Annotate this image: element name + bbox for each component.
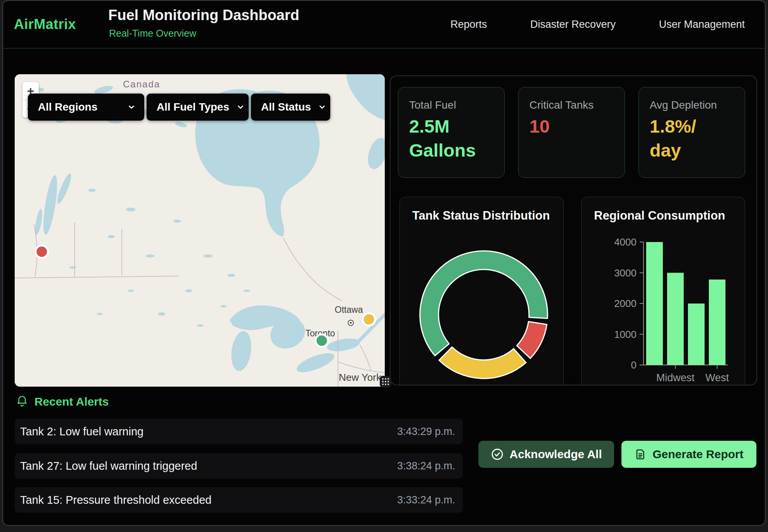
filter-dropdown-all-status[interactable]: All Status bbox=[251, 94, 330, 121]
alert-message: Tank 2: Low fuel warning bbox=[20, 425, 143, 438]
nav-item-user-management[interactable]: User Management bbox=[659, 19, 745, 31]
filter-dropdown-all-fuel-types[interactable]: All Fuel Types bbox=[147, 94, 249, 121]
kpi-value: 2.5MGallons bbox=[409, 114, 504, 162]
map-canvas[interactable]: CanadaOttawaTorontoNew York bbox=[15, 74, 385, 387]
map-panel[interactable]: CanadaOttawaTorontoNew York + − All Regi… bbox=[15, 74, 385, 387]
map-label-new-york: New York bbox=[339, 372, 382, 383]
alert-timestamp: 3:38:24 p.m. bbox=[397, 460, 455, 472]
donut-segment-warning bbox=[439, 347, 526, 379]
x-tick-label: Midwest bbox=[656, 372, 695, 384]
chevron-down-icon bbox=[318, 103, 326, 111]
ottawa-town-symbol bbox=[348, 320, 353, 326]
map-marker-critical[interactable] bbox=[36, 246, 48, 258]
nav-item-disaster-recovery[interactable]: Disaster Recovery bbox=[530, 19, 616, 31]
x-tick-label: West bbox=[705, 372, 729, 384]
filter-label: All Status bbox=[261, 101, 311, 113]
y-tick-label: 1000 bbox=[614, 329, 637, 340]
kpi-value: 1.8%/day bbox=[650, 114, 745, 162]
tank-status-title: Tank Status Distribution bbox=[412, 209, 550, 223]
alert-message: Tank 15: Pressure threshold exceeded bbox=[20, 494, 212, 506]
regional-consumption-bar-chart: 01000200030004000MidwestWest bbox=[582, 197, 746, 385]
resize-grip-icon[interactable] bbox=[380, 376, 391, 387]
page-subtitle: Real-Time Overview bbox=[109, 28, 196, 39]
y-tick-label: 0 bbox=[631, 359, 637, 371]
y-tick-label: 2000 bbox=[614, 298, 637, 309]
alerts-section-title: Recent Alerts bbox=[34, 395, 109, 408]
kpi-label: Critical Tanks bbox=[529, 99, 625, 111]
kpi-label: Total Fuel bbox=[409, 99, 504, 111]
grip-dots-icon bbox=[381, 377, 390, 386]
chevron-down-icon bbox=[236, 103, 245, 111]
alert-timestamp: 3:33:24 p.m. bbox=[397, 494, 455, 506]
alerts-header: Recent Alerts bbox=[16, 395, 109, 408]
alert-timestamp: 3:43:29 p.m. bbox=[397, 426, 455, 438]
nav-item-reports[interactable]: Reports bbox=[451, 19, 487, 31]
kpi-card-critical-tanks: Critical Tanks10 bbox=[518, 87, 625, 178]
tank-status-card: Tank Status Distribution bbox=[399, 197, 564, 385]
map-label-country: Canada bbox=[123, 79, 160, 89]
bar-unlabeled-2 bbox=[688, 304, 705, 365]
dashboard-root: AirMatrix Fuel Monitoring Dashboard Real… bbox=[2, 0, 766, 526]
regional-consumption-card: Regional Consumption 01000200030004000Mi… bbox=[581, 197, 745, 385]
bar-west bbox=[709, 280, 725, 365]
kpi-card-total-fuel: Total Fuel2.5MGallons bbox=[398, 87, 505, 178]
kpi-card-avg-depletion: Avg Depletion1.8%/day bbox=[638, 87, 745, 178]
check-circle-icon bbox=[491, 448, 504, 461]
filter-label: All Regions bbox=[38, 101, 97, 113]
bar-unlabeled-0 bbox=[646, 242, 663, 365]
donut-segment-critical bbox=[517, 322, 547, 358]
bell-icon bbox=[16, 395, 28, 408]
generate-report-button[interactable]: Generate Report bbox=[621, 441, 756, 468]
map-filter-bar: All RegionsAll Fuel TypesAll Status bbox=[28, 94, 330, 121]
bar-midwest bbox=[667, 273, 684, 365]
map-marker-normal[interactable] bbox=[316, 334, 328, 347]
filter-dropdown-all-regions[interactable]: All Regions bbox=[28, 94, 144, 121]
acknowledge-all-button[interactable]: Acknowledge All bbox=[478, 441, 614, 468]
map-label-ottawa: Ottawa bbox=[335, 305, 363, 315]
alert-row: Tank 2: Low fuel warning3:43:29 p.m. bbox=[15, 419, 463, 444]
brand-logo: AirMatrix bbox=[14, 16, 76, 32]
document-icon bbox=[634, 448, 647, 460]
kpi-value: 10 bbox=[529, 114, 625, 138]
kpi-label: Avg Depletion bbox=[650, 99, 745, 111]
generate-report-label: Generate Report bbox=[652, 448, 743, 461]
map-marker-warning[interactable] bbox=[363, 313, 375, 326]
alert-row: Tank 27: Low fuel warning triggered3:38:… bbox=[15, 453, 463, 479]
header: AirMatrix Fuel Monitoring Dashboard Real… bbox=[3, 1, 765, 49]
main-nav: ReportsDisaster RecoveryUser Management bbox=[451, 1, 745, 48]
tank-status-donut-chart bbox=[400, 228, 564, 385]
y-tick-label: 4000 bbox=[614, 236, 637, 248]
stats-panel: Tank Status Distribution Regional Consum… bbox=[390, 75, 757, 385]
acknowledge-all-label: Acknowledge All bbox=[510, 448, 602, 461]
chevron-down-icon bbox=[127, 103, 136, 111]
page-title: Fuel Monitoring Dashboard bbox=[108, 7, 299, 24]
alert-message: Tank 27: Low fuel warning triggered bbox=[20, 460, 197, 472]
alert-row: Tank 15: Pressure threshold exceeded3:33… bbox=[15, 487, 463, 513]
y-tick-label: 3000 bbox=[614, 267, 637, 279]
filter-label: All Fuel Types bbox=[157, 101, 229, 113]
